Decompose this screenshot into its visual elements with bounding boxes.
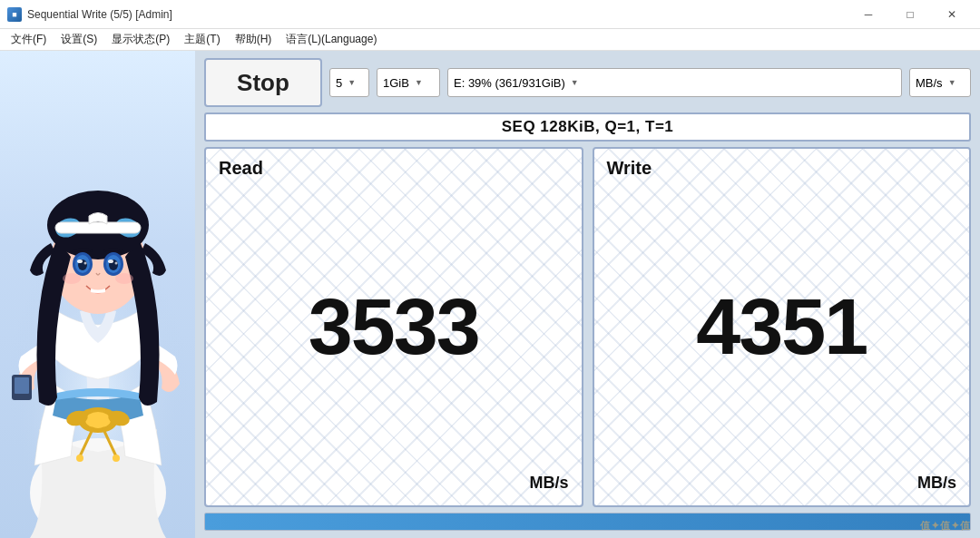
benchmark-label: SEQ 128KiB, Q=1, T=1 — [204, 112, 971, 142]
menu-file[interactable]: 文件(F) — [4, 29, 54, 51]
menu-theme[interactable]: 主题(T) — [177, 29, 227, 51]
drive-dropdown-arrow: ▼ — [571, 78, 579, 87]
svg-point-3 — [85, 412, 111, 428]
window-controls: ─ □ ✕ — [848, 1, 973, 28]
write-result-box: Write 4351 MB/s — [593, 147, 972, 507]
close-button[interactable]: ✕ — [931, 1, 973, 28]
write-value: 4351 — [607, 179, 957, 474]
size-dropdown-arrow: ▼ — [415, 78, 423, 87]
progress-bar — [204, 513, 971, 531]
write-unit: MB/s — [607, 474, 957, 496]
write-label: Write — [607, 158, 957, 179]
character-art — [3, 75, 193, 538]
menu-settings[interactable]: 设置(S) — [54, 29, 104, 51]
svg-point-26 — [114, 262, 117, 265]
svg-point-21 — [83, 262, 86, 265]
read-unit: MB/s — [219, 474, 569, 496]
app-body: Stop 5 ▼ 1GiB ▼ E: 39% (361/931GiB) ▼ MB… — [0, 51, 980, 538]
svg-rect-29 — [55, 222, 141, 233]
svg-point-20 — [77, 259, 83, 263]
toolbar-row: Stop 5 ▼ 1GiB ▼ E: 39% (361/931GiB) ▼ MB… — [204, 58, 971, 107]
menu-help[interactable]: 帮助(H) — [228, 29, 279, 51]
svg-rect-31 — [15, 377, 29, 394]
maximize-button[interactable]: □ — [889, 1, 931, 28]
menu-language[interactable]: 语言(L)(Language) — [279, 29, 384, 51]
results-row: Read 3533 MB/s Write 4351 MB/s — [204, 147, 971, 507]
progress-fill — [205, 514, 970, 530]
svg-point-27 — [63, 273, 81, 284]
svg-point-28 — [115, 273, 133, 284]
svg-point-9 — [113, 455, 120, 462]
stop-button[interactable]: Stop — [204, 58, 322, 107]
right-panel: Stop 5 ▼ 1GiB ▼ E: 39% (361/931GiB) ▼ MB… — [195, 51, 980, 538]
read-value: 3533 — [219, 179, 569, 474]
menu-display[interactable]: 显示状态(P) — [104, 29, 177, 51]
minimize-button[interactable]: ─ — [848, 1, 889, 28]
window-title: Sequential Write (5/5) [Admin] — [27, 8, 172, 21]
size-dropdown[interactable]: 1GiB ▼ — [377, 68, 440, 97]
title-bar: ■ Sequential Write (5/5) [Admin] ─ □ ✕ — [0, 0, 980, 29]
svg-point-25 — [108, 259, 113, 263]
unit-dropdown-arrow: ▼ — [948, 78, 956, 87]
read-label: Read — [219, 158, 569, 179]
drive-dropdown[interactable]: E: 39% (361/931GiB) ▼ — [447, 68, 902, 97]
num-dropdown-arrow: ▼ — [348, 78, 356, 87]
character-panel — [0, 51, 195, 538]
app-icon: ■ — [7, 7, 22, 22]
svg-point-8 — [76, 455, 83, 462]
watermark: 值✦值✦值 — [920, 519, 971, 533]
num-dropdown[interactable]: 5 ▼ — [329, 68, 369, 97]
read-result-box: Read 3533 MB/s — [204, 147, 583, 507]
menu-bar: 文件(F) 设置(S) 显示状态(P) 主题(T) 帮助(H) 语言(L)(La… — [0, 29, 980, 51]
title-bar-left: ■ Sequential Write (5/5) [Admin] — [7, 7, 172, 22]
unit-dropdown[interactable]: MB/s ▼ — [909, 68, 971, 97]
